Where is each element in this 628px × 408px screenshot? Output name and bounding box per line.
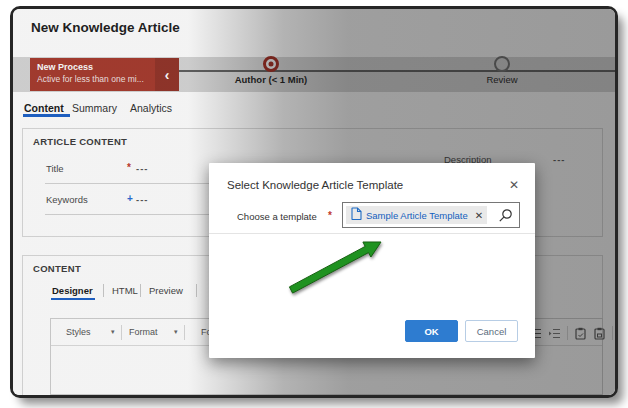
selected-template-name: Sample Article Template [366, 210, 468, 221]
chevron-left-icon: ‹ [165, 67, 170, 83]
recommended-marker: + [127, 193, 133, 204]
section-heading: CONTENT [33, 263, 81, 274]
format-dropdown[interactable]: Format [129, 327, 158, 337]
business-process-bar: New Process Active for less than one mi.… [13, 57, 615, 92]
active-tab-underline [23, 114, 70, 117]
chevron-down-icon: ▾ [111, 328, 115, 336]
field-value-description[interactable]: --- [553, 154, 566, 165]
toolbar-icon-group [529, 326, 615, 340]
editor-tab-html[interactable]: HTML [112, 285, 138, 296]
paste-special-icon[interactable] [593, 327, 606, 340]
field-value-title[interactable]: --- [136, 163, 149, 174]
tab-content[interactable]: Content [24, 102, 64, 114]
active-editor-tab-underline [51, 298, 95, 300]
tab-separator [196, 284, 197, 297]
editor-tab-designer[interactable]: Designer [52, 285, 93, 296]
tab-analytics[interactable]: Analytics [130, 102, 172, 114]
toolbar-separator [612, 326, 613, 340]
article-template-icon [351, 206, 362, 224]
tab-separator [140, 284, 141, 297]
tab-summary[interactable]: Summary [72, 102, 117, 114]
stage-label: Author (< 1 Min) [211, 74, 331, 85]
process-connector-line [179, 70, 615, 72]
search-icon[interactable] [498, 208, 513, 227]
select-template-dialog: Select Knowledge Article Template ✕ Choo… [209, 163, 535, 358]
process-collapse-button[interactable]: ‹ [155, 58, 179, 91]
field-value-keywords[interactable]: --- [136, 194, 149, 205]
tab-separator [103, 284, 104, 297]
styles-dropdown[interactable]: Styles [66, 327, 91, 337]
process-name: New Process [37, 62, 155, 72]
template-lookup-field[interactable]: Sample Article Template ✕ [342, 202, 520, 228]
selected-record-pill[interactable]: Sample Article Template ✕ [346, 206, 487, 224]
required-marker: * [328, 210, 332, 221]
active-stage-icon [263, 56, 279, 72]
process-status: Active for less than one mi... [37, 74, 155, 84]
upcoming-stage-icon [494, 56, 510, 72]
required-marker: * [127, 162, 131, 173]
process-status-box: New Process Active for less than one mi.… [30, 58, 155, 91]
field-label-keywords: Keywords [46, 194, 88, 205]
app-screen: New Knowledge Article New Process Active… [13, 9, 615, 395]
stage-label: Review [442, 74, 562, 85]
toolbar-separator [121, 325, 122, 340]
toolbar-separator [567, 326, 568, 340]
dialog-title: Select Knowledge Article Template [227, 179, 403, 191]
screenshot-frame: New Knowledge Article New Process Active… [10, 6, 618, 398]
toolbar-separator [184, 325, 185, 340]
editor-tab-preview[interactable]: Preview [149, 285, 183, 296]
cancel-button[interactable]: Cancel [465, 320, 518, 342]
section-heading: ARTICLE CONTENT [33, 136, 127, 147]
ok-button[interactable]: OK [405, 320, 458, 342]
dialog-divider [209, 233, 535, 234]
page-title: New Knowledge Article [31, 20, 180, 35]
paste-icon[interactable] [574, 327, 587, 340]
field-label-title: Title [46, 163, 64, 174]
screenshot-canvas: New Knowledge Article New Process Active… [0, 0, 628, 408]
close-icon[interactable]: ✕ [507, 176, 521, 194]
choose-template-label: Choose a template [237, 211, 317, 222]
indent-icon[interactable] [548, 327, 561, 340]
remove-selection-icon[interactable]: ✕ [475, 210, 483, 221]
chevron-down-icon: ▾ [174, 328, 178, 336]
